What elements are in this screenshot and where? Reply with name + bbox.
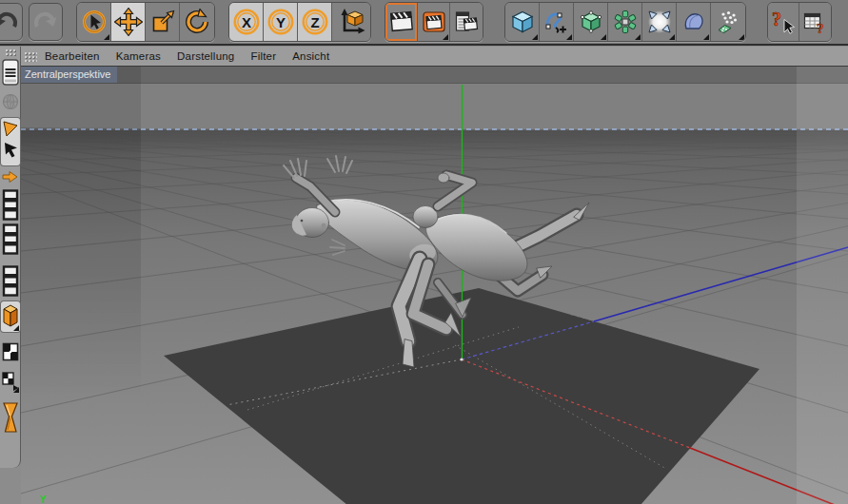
texture-axis-mode-button[interactable] [1,369,20,394]
x-axis-icon: X [232,8,261,36]
coordinate-system-button[interactable] [332,3,370,41]
cube-icon [509,9,536,35]
mode-sidebar [0,47,21,468]
move-icon [114,8,143,36]
layer-box-2-button[interactable] [1,223,20,255]
menu-bearbeiten[interactable]: Bearbeiten [45,50,100,62]
layout-panel-button[interactable] [1,59,20,86]
spline-pen-icon [543,9,570,35]
texture-mode-button[interactable] [1,338,20,366]
object-create-group [504,2,746,42]
layer-box-icon [2,265,19,297]
render-view-button[interactable] [385,3,418,41]
svg-text:?: ? [817,21,824,35]
double-cone-icon [2,400,19,435]
palette-grip[interactable] [24,51,37,62]
undo-icon [0,9,19,35]
axis-lock-group: X Y Z [228,2,371,42]
viewport-3d[interactable]: Zentralperspektive [21,66,848,504]
selection-arrow-icon [81,9,108,35]
svg-text:?: ? [772,9,781,29]
nurbs-cube-icon [578,9,604,35]
transform-tool-group [76,2,215,42]
add-primitive-cube-button[interactable] [505,3,540,41]
particles-icon [715,9,741,35]
layer-box-1-button[interactable] [1,189,20,221]
sky [21,84,848,130]
svg-text:X: X [241,14,250,30]
lock-z-axis-button[interactable]: Z [298,3,332,41]
command-palette-button[interactable]: ? [799,3,831,41]
y-axis-icon: Y [266,8,295,36]
viewport-title-bar: Zentralperspektive [21,67,848,84]
undo-button[interactable] [0,3,23,41]
help-cursor-icon: ? [770,9,797,35]
render-picture-viewer-icon [421,9,447,35]
layer-box-3-button[interactable] [1,265,20,297]
add-spline-button[interactable] [540,3,574,41]
deformer-arrows-icon [646,9,673,35]
add-modeling-object-button[interactable] [608,3,642,41]
menu-kameras[interactable]: Kameras [116,50,161,62]
lock-y-axis-button[interactable]: Y [264,3,298,41]
scene-canvas[interactable]: Y [21,84,848,504]
object-axis-mode-button[interactable] [1,400,20,435]
viewport-menubar: Bearbeiten Kameras Darstellung Filter An… [21,47,848,66]
add-environment-button[interactable] [677,3,711,41]
render-view-icon [388,9,415,35]
array-flower-icon [612,9,639,35]
svg-text:Z: Z [310,14,319,30]
jump-arrow-button[interactable] [1,170,20,184]
checker-icon [2,338,19,366]
layer-box-icon [2,223,19,255]
help-button[interactable]: ? [768,3,799,41]
move-tool-button[interactable] [111,3,146,41]
layout-panel-icon [2,59,19,86]
palette-help-icon: ? [802,9,829,35]
rotate-icon [184,9,210,35]
render-settings-icon [453,9,480,35]
add-particles-button[interactable] [711,3,745,41]
sidebar-grip[interactable] [5,48,16,57]
redo-icon [32,9,59,35]
environment-icon [680,9,707,35]
render-group [385,2,483,42]
menu-ansicht[interactable]: Ansicht [292,50,329,62]
axis-gizmo-label: Y [40,494,47,504]
main-toolbar: X Y Z [0,0,848,46]
help-group: ? ? [767,2,832,42]
rotate-tool-button[interactable] [180,3,214,41]
scale-icon [149,9,176,35]
add-deformer-button[interactable] [642,3,677,41]
selection-filter-button[interactable] [1,118,20,165]
triangle-arrow-icon [2,120,19,164]
network-disabled-button[interactable] [1,88,20,115]
svg-text:Y: Y [275,14,285,30]
scale-tool-button[interactable] [146,3,180,41]
viewport-title[interactable]: Zentralperspektive [21,67,117,83]
globe-disabled-icon [2,88,19,115]
add-nurbs-button[interactable] [574,3,608,41]
render-settings-button[interactable] [450,3,483,41]
z-axis-icon: Z [301,8,329,36]
world-origin [460,358,463,360]
lock-x-axis-button[interactable]: X [229,3,264,41]
menu-filter[interactable]: Filter [250,50,276,62]
layer-box-icon [2,189,19,221]
render-picture-viewer-button[interactable] [418,3,450,41]
model-mode-button[interactable] [1,301,20,332]
orange-arrow-icon [2,170,18,184]
menu-darstellung[interactable]: Darstellung [177,50,234,62]
redo-button[interactable] [29,3,63,41]
live-selection-button[interactable] [77,3,111,41]
coordinate-axes-icon [337,8,365,36]
